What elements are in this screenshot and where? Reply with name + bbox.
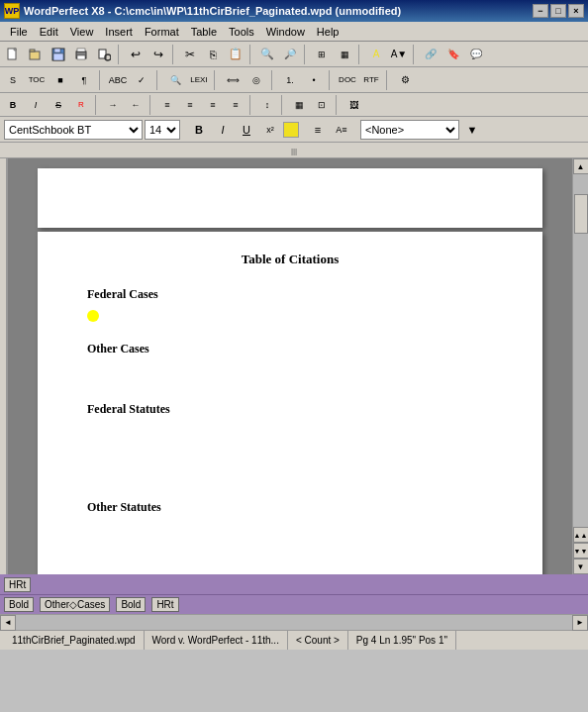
justify2[interactable]: ≡ xyxy=(225,94,246,116)
h-scroll-track[interactable] xyxy=(16,615,572,630)
separator-4 xyxy=(304,45,308,64)
style-selector[interactable]: <None> xyxy=(360,120,459,140)
highlight-color[interactable] xyxy=(283,122,299,138)
graphics-button[interactable]: 🖼 xyxy=(343,94,364,116)
title-bar-left: WP WordPerfect X8 - C:\cmc\in\WP\11thCir… xyxy=(4,3,401,19)
italic-toggle[interactable]: I xyxy=(25,94,47,116)
columns2-button[interactable]: ▦ xyxy=(288,94,310,116)
scroll-right-button[interactable]: ► xyxy=(572,615,588,631)
comment-button[interactable]: 💬 xyxy=(465,44,487,65)
align-center2[interactable]: ≡ xyxy=(179,94,201,116)
page-up-button[interactable]: ▲▲ xyxy=(573,527,589,543)
numbering-button[interactable]: 1. xyxy=(279,69,301,91)
scroll-track[interactable] xyxy=(573,174,588,527)
spacer-2 xyxy=(87,425,493,455)
size-selector[interactable]: 14 xyxy=(145,120,180,140)
toc-button[interactable]: TOC xyxy=(26,69,48,91)
menu-format[interactable]: Format xyxy=(139,24,185,40)
copy-button[interactable]: ⎘ xyxy=(202,44,224,65)
bookmark-button[interactable]: 🔖 xyxy=(442,44,464,65)
styles-button[interactable]: S xyxy=(2,69,24,91)
menu-tools[interactable]: Tools xyxy=(223,24,260,40)
close-button[interactable]: × xyxy=(568,4,584,18)
spell-button[interactable]: ABC xyxy=(107,69,129,91)
bold-button[interactable]: B xyxy=(188,120,210,140)
save-button[interactable] xyxy=(48,44,69,65)
hyperlink-button[interactable]: 🔗 xyxy=(420,44,441,65)
columns-button[interactable]: ▦ xyxy=(334,44,355,65)
border-button[interactable]: ⊡ xyxy=(311,94,333,116)
scroll-up-button[interactable]: ▲ xyxy=(573,158,589,174)
ruler: ||| xyxy=(0,143,588,158)
menu-table[interactable]: Table xyxy=(185,24,223,40)
zoom-button[interactable]: 🔎 xyxy=(279,44,301,65)
scroll-left-button[interactable]: ◄ xyxy=(0,615,16,631)
paragraph-button[interactable]: ¶ xyxy=(73,69,95,91)
doc-area[interactable]: Table of Citations Federal Cases Other C… xyxy=(8,158,572,574)
align-left2[interactable]: ≡ xyxy=(156,94,178,116)
print-preview-button[interactable] xyxy=(93,44,115,65)
bullets-button[interactable]: • xyxy=(303,69,325,91)
align-left-btn[interactable]: ≡ xyxy=(307,120,329,140)
superscript-button[interactable]: x² xyxy=(259,120,281,140)
grammar-button[interactable]: ✓ xyxy=(131,69,152,91)
app-icon: WP xyxy=(4,3,20,19)
cut-button[interactable]: ✂ xyxy=(179,44,201,65)
lexis-button[interactable]: LEXI xyxy=(188,69,210,91)
separator-15 xyxy=(249,95,253,115)
bold-toggle[interactable]: B xyxy=(2,94,24,116)
strike-button[interactable]: S xyxy=(48,94,69,116)
macro-button[interactable]: ■ xyxy=(49,69,71,91)
separator-11 xyxy=(329,70,333,90)
menu-help[interactable]: Help xyxy=(311,24,345,40)
scroll-thumb[interactable] xyxy=(574,194,588,234)
compare-button[interactable]: ⟺ xyxy=(222,69,244,91)
doc-properties-button[interactable]: DOC xyxy=(337,69,358,91)
vertical-scrollbar[interactable]: ▲ ▲▲ ▼▼ ▼ xyxy=(572,158,588,574)
undo-button[interactable]: ↩ xyxy=(125,44,147,65)
menu-insert[interactable]: Insert xyxy=(99,24,139,40)
page-top xyxy=(38,168,542,228)
font-selector[interactable]: CentSchbook BT xyxy=(4,120,143,140)
redo-button[interactable]: ↪ xyxy=(147,44,169,65)
line-spacing-button[interactable]: ↕ xyxy=(256,94,278,116)
style-dropdown-arrow[interactable]: ▼ xyxy=(461,120,483,140)
horizontal-scrollbar[interactable]: ◄ ► xyxy=(0,614,588,630)
svg-rect-3 xyxy=(30,50,35,51)
scroll-down-button[interactable]: ▼ xyxy=(573,559,589,574)
review-button[interactable]: ◎ xyxy=(245,69,267,91)
outdent-button[interactable]: ← xyxy=(125,94,147,116)
paste-button[interactable]: 📋 xyxy=(225,44,246,65)
separator-9 xyxy=(214,70,218,90)
ruler-center-mark: ||| xyxy=(291,147,297,155)
find-button[interactable]: 🔍 xyxy=(256,44,278,65)
rtf-button[interactable]: RTF xyxy=(360,69,382,91)
separator-14 xyxy=(149,95,153,115)
open-button[interactable] xyxy=(25,44,47,65)
page-down-button[interactable]: ▼▼ xyxy=(573,543,589,559)
underline-button[interactable]: U xyxy=(236,120,257,140)
table-button[interactable]: ⊞ xyxy=(311,44,333,65)
spacer-3 xyxy=(87,455,493,484)
print-button[interactable] xyxy=(70,44,92,65)
codes-row: Bold Other◇Cases Bold HRt xyxy=(0,594,588,614)
font-color-btn[interactable]: A≡ xyxy=(331,120,352,140)
separator-1 xyxy=(118,45,122,64)
minimize-button[interactable]: − xyxy=(533,4,548,18)
menu-edit[interactable]: Edit xyxy=(34,24,64,40)
settings-button[interactable]: ⚙ xyxy=(394,69,416,91)
align-right2[interactable]: ≡ xyxy=(202,94,224,116)
italic-button[interactable]: I xyxy=(212,120,234,140)
menu-window[interactable]: Window xyxy=(260,24,311,40)
color-button[interactable]: A▼ xyxy=(388,44,410,65)
maximize-button[interactable]: □ xyxy=(550,4,566,18)
indent-button[interactable]: → xyxy=(102,94,124,116)
new-button[interactable] xyxy=(2,44,24,65)
menu-view[interactable]: View xyxy=(64,24,100,40)
highlight-button[interactable]: A xyxy=(365,44,387,65)
research-button[interactable]: 🔍 xyxy=(164,69,186,91)
separator-5 xyxy=(358,45,362,64)
menu-file[interactable]: File xyxy=(4,24,34,40)
redline-button[interactable]: R xyxy=(70,94,92,116)
page-main[interactable]: Table of Citations Federal Cases Other C… xyxy=(38,232,542,574)
